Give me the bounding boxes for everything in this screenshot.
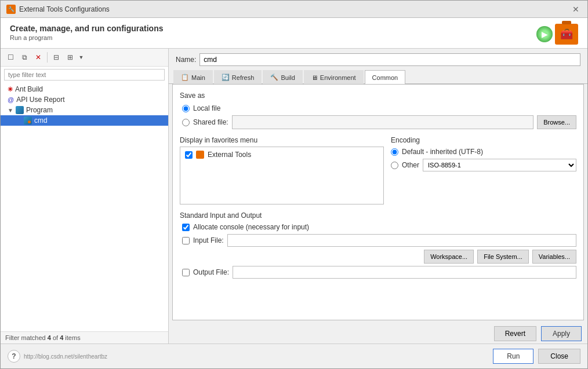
at-icon: @ — [8, 96, 14, 103]
shared-file-label: Shared file: — [193, 118, 228, 126]
tab-build[interactable]: 🔨 Build — [263, 70, 302, 84]
new-config-button[interactable]: ☐ — [4, 51, 17, 64]
config-actions: Revert Apply — [169, 324, 587, 344]
dialog-title: External Tools Configurations — [19, 5, 110, 13]
file-system-button[interactable]: File System... — [477, 250, 529, 264]
favorites-label: Display in favorites menu — [180, 136, 384, 144]
name-input[interactable] — [199, 53, 580, 66]
right-panel: Name: 📋 Main 🔄 Refresh 🔨 Build 🖥 — [169, 49, 587, 344]
config-area: Save as Local file Shared file: Browse..… — [172, 84, 584, 320]
app-icon: 🔧 — [6, 5, 16, 14]
external-tools-icon — [196, 151, 204, 159]
ant-icon: ✳ — [8, 86, 13, 93]
input-file-label: Input File: — [193, 236, 224, 244]
toolbar-separator — [47, 52, 48, 63]
tab-label: Common — [372, 74, 398, 81]
env-tab-icon: 🖥 — [311, 74, 318, 81]
input-file-checkbox[interactable] — [182, 237, 190, 244]
std-io-label: Standard Input and Output — [180, 211, 576, 220]
output-file-row: Output File: — [180, 266, 576, 279]
header-icon: ▶ 🧰 — [536, 24, 578, 45]
tree-item-api-use-report[interactable]: @ API Use Report — [1, 94, 168, 105]
copy-config-button[interactable]: ⧉ — [18, 51, 31, 64]
program-icon — [16, 106, 24, 114]
input-file-input[interactable] — [227, 234, 576, 247]
tab-main[interactable]: 📋 Main — [173, 70, 213, 84]
main-content: ☐ ⧉ ✕ ⊟ ⊞ ▼ ✳ Ant Build @ API Use Report — [1, 49, 587, 344]
footer-left: ? http://blog.csdn.net/silentheartbz — [8, 350, 107, 363]
header-area: Create, manage, and run configurations R… — [1, 18, 587, 49]
play-icon: ▶ — [536, 26, 553, 42]
tree-item-label: Ant Build — [15, 85, 43, 93]
std-io-section: Standard Input and Output Allocate conso… — [180, 211, 576, 279]
shared-file-radio[interactable] — [182, 119, 190, 126]
filter-suffix: items — [63, 334, 80, 341]
delete-config-button[interactable]: ✕ — [32, 51, 45, 64]
window-close-button[interactable]: ✕ — [570, 3, 582, 15]
output-file-label: Output File: — [193, 268, 229, 276]
favorites-section: Display in favorites menu External Tools — [180, 136, 384, 204]
variables-button[interactable]: Variables... — [532, 250, 576, 264]
header-title: Create, manage, and run configurations — [10, 24, 164, 33]
tree-item-label: cmd — [34, 116, 48, 125]
new-type-dropdown[interactable]: ▼ — [77, 51, 86, 64]
local-file-row: Local file — [180, 104, 576, 112]
shared-file-row: Shared file: Browse... — [180, 115, 576, 129]
build-tab-icon: 🔨 — [270, 74, 278, 81]
encoding-section: Encoding Default - inherited (UTF-8) Oth… — [391, 136, 576, 204]
tree-item-ant-build[interactable]: ✳ Ant Build — [1, 84, 168, 94]
new-type-button[interactable]: ⊞ — [64, 51, 77, 64]
workspace-button[interactable]: Workspace... — [424, 250, 474, 264]
revert-button[interactable]: Revert — [494, 326, 536, 341]
two-column: Display in favorites menu External Tools… — [180, 136, 576, 204]
encoding-other-row: Other ISO-8859-1 — [391, 159, 576, 171]
favorites-checkbox[interactable] — [185, 151, 193, 159]
cmd-icon — [24, 116, 32, 125]
encoding-select[interactable]: ISO-8859-1 — [423, 159, 576, 171]
filter-status: Filter matched 4 of 4 items — [1, 331, 168, 344]
shared-file-input[interactable] — [232, 115, 533, 129]
tree-area: ✳ Ant Build @ API Use Report ▼ Program c — [1, 83, 168, 331]
tab-environment[interactable]: 🖥 Environment — [304, 70, 364, 84]
dialog: 🔧 External Tools Configurations ✕ Create… — [0, 0, 588, 369]
browse-button[interactable]: Browse... — [537, 115, 576, 129]
filter-status-text: Filter matched — [5, 334, 48, 341]
favorites-list: External Tools — [180, 147, 384, 204]
left-panel: ☐ ⧉ ✕ ⊟ ⊞ ▼ ✳ Ant Build @ API Use Report — [1, 49, 169, 344]
apply-button[interactable]: Apply — [541, 326, 582, 341]
local-file-radio[interactable] — [182, 105, 190, 112]
footer-right: Run Close — [493, 349, 580, 364]
expand-icon: ▼ — [8, 107, 13, 114]
input-file-buttons: Workspace... File System... Variables... — [194, 250, 576, 264]
allocate-console-checkbox[interactable] — [182, 224, 190, 231]
encoding-label: Encoding — [391, 136, 576, 144]
tab-label: Refresh — [232, 74, 255, 81]
collapse-all-button[interactable]: ⊟ — [50, 51, 63, 64]
filter-input[interactable] — [4, 69, 165, 81]
help-button[interactable]: ? — [8, 350, 20, 363]
input-file-row: Input File: — [180, 234, 576, 247]
filter-middle: of — [51, 334, 60, 341]
output-file-input[interactable] — [233, 266, 576, 279]
run-button[interactable]: Run — [493, 349, 533, 364]
tab-common[interactable]: Common — [365, 70, 406, 84]
toolbox-handle — [562, 21, 571, 24]
shared-input-row: Browse... — [232, 115, 576, 129]
encoding-default-row: Default - inherited (UTF-8) — [391, 148, 576, 156]
encoding-other-radio[interactable] — [391, 162, 398, 169]
allocate-console-row: Allocate console (necessary for input) — [180, 223, 576, 231]
watermark-text: http://blog.csdn.net/silentheartbz — [24, 353, 107, 360]
tab-refresh[interactable]: 🔄 Refresh — [214, 70, 262, 84]
encoding-default-radio[interactable] — [391, 148, 398, 156]
dialog-footer: ? http://blog.csdn.net/silentheartbz Run… — [1, 344, 587, 368]
main-tab-icon: 📋 — [181, 74, 189, 81]
tree-item-cmd[interactable]: cmd — [1, 115, 168, 126]
new-dropdown: ⊞ ▼ — [64, 51, 86, 64]
tree-item-program[interactable]: ▼ Program — [1, 105, 168, 115]
header-text: Create, manage, and run configurations R… — [10, 24, 164, 41]
output-file-checkbox[interactable] — [182, 269, 190, 276]
header-subtitle: Run a program — [10, 34, 164, 41]
close-button[interactable]: Close — [538, 349, 580, 364]
favorites-item: External Tools — [183, 149, 381, 160]
tree-item-label: Program — [26, 106, 53, 114]
